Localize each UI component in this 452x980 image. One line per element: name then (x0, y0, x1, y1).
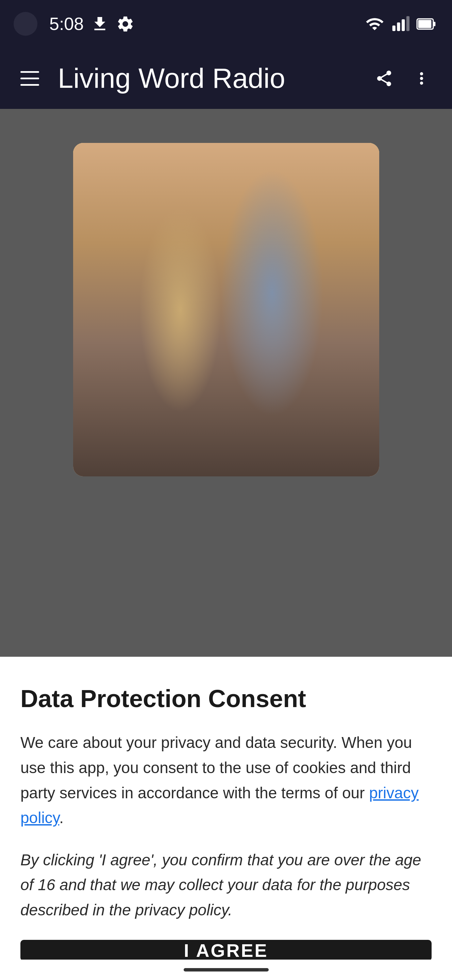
consent-italic-text: By clicking 'I agree', you confirm that … (21, 848, 431, 923)
svg-point-13 (240, 197, 321, 293)
app-bar-actions (370, 65, 435, 92)
svg-point-9 (114, 330, 250, 476)
wifi-icon (365, 14, 384, 33)
svg-rect-5 (418, 20, 431, 28)
svg-rect-3 (406, 16, 409, 31)
consent-body-part2: . (59, 809, 63, 827)
svg-rect-8 (73, 143, 379, 313)
hamburger-line-2 (21, 78, 39, 79)
hamburger-line-1 (21, 71, 39, 73)
svg-rect-7 (73, 143, 379, 476)
share-icon (375, 69, 393, 88)
svg-rect-1 (397, 22, 400, 30)
consent-body-part1: We care about your privacy and data secu… (21, 733, 412, 801)
more-vertical-icon (412, 69, 431, 88)
app-title: Living Word Radio (58, 62, 370, 94)
status-bar-left: 5:08 (14, 12, 135, 36)
svg-rect-16 (155, 350, 192, 417)
svg-rect-0 (392, 25, 395, 31)
download-icon (90, 14, 109, 33)
agree-button[interactable]: I AGREE (21, 940, 431, 961)
status-time: 5:08 (49, 14, 84, 34)
settings-icon (116, 14, 135, 33)
svg-rect-2 (402, 19, 405, 30)
hamburger-line-3 (21, 84, 39, 86)
app-bar: Living Word Radio (0, 48, 452, 109)
svg-rect-15 (151, 347, 195, 422)
more-options-button[interactable] (408, 65, 435, 92)
hamburger-menu-button[interactable] (17, 65, 44, 92)
nav-indicator (0, 959, 452, 980)
hero-image (73, 143, 379, 476)
people-illustration (73, 143, 379, 476)
share-button[interactable] (370, 65, 398, 92)
svg-point-14 (239, 201, 322, 248)
nav-pill (184, 968, 269, 972)
battery-icon (416, 14, 438, 33)
svg-point-11 (140, 224, 218, 279)
svg-point-12 (199, 296, 349, 476)
status-indicator (14, 12, 37, 36)
svg-rect-17 (73, 398, 379, 476)
svg-rect-6 (433, 22, 436, 26)
consent-body-text: We care about your privacy and data secu… (21, 730, 431, 830)
status-bar: 5:08 (0, 0, 452, 48)
svg-point-10 (141, 228, 216, 317)
signal-icon (391, 14, 409, 33)
consent-title: Data Protection Consent (21, 684, 431, 713)
hero-image-card (73, 143, 379, 476)
status-icons-right (365, 14, 438, 33)
data-protection-bottom-sheet: Data Protection Consent We care about yo… (0, 657, 452, 980)
